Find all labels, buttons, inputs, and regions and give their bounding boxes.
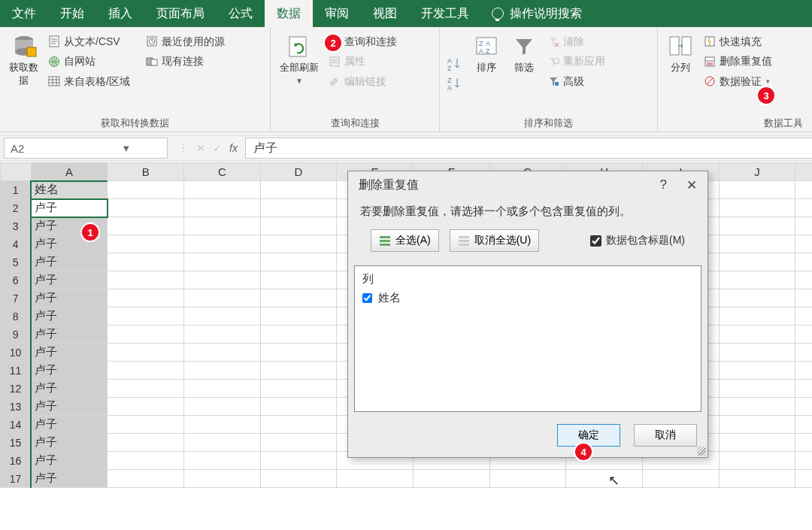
cell[interactable] [108, 289, 184, 307]
tab-view[interactable]: 视图 [361, 0, 409, 27]
cell[interactable] [719, 470, 795, 488]
cell[interactable] [566, 470, 643, 488]
cell[interactable]: 卢子 [31, 398, 108, 416]
cell[interactable] [795, 253, 812, 271]
cell[interactable] [795, 289, 812, 307]
cell[interactable] [719, 307, 795, 326]
cell[interactable] [260, 416, 337, 434]
table-row[interactable]: 17卢子 [1, 470, 813, 488]
from-table-range-button[interactable]: 来自表格/区域 [46, 71, 132, 91]
cell[interactable] [108, 380, 184, 398]
cell[interactable] [183, 307, 260, 326]
cell[interactable] [108, 344, 184, 362]
tab-developer[interactable]: 开发工具 [409, 0, 481, 27]
cell[interactable] [795, 344, 812, 362]
clear-filter-button[interactable]: 清除 [545, 32, 607, 51]
tell-me-search[interactable]: 操作说明搜索 [481, 6, 582, 22]
row-header[interactable]: 6 [1, 271, 32, 289]
row-header[interactable]: 3 [1, 217, 32, 235]
tab-home[interactable]: 开始 [48, 0, 96, 27]
sort-button[interactable]: ZAAZ 排序 [470, 32, 503, 115]
cell[interactable] [260, 181, 337, 199]
ok-button[interactable]: 确定 [557, 424, 620, 447]
text-to-columns-button[interactable]: 分列 [664, 32, 697, 115]
cell[interactable]: 卢子 [31, 199, 108, 217]
cell[interactable] [183, 362, 260, 380]
cell[interactable] [108, 217, 184, 235]
dialog-close-icon[interactable]: ✕ [686, 177, 697, 193]
cell[interactable] [337, 470, 414, 488]
cell[interactable] [260, 235, 337, 253]
recent-sources-button[interactable]: 最近使用的源 [144, 32, 226, 51]
cell[interactable] [183, 289, 260, 307]
select-all-button[interactable]: 全选(A) [371, 229, 439, 252]
row-header[interactable]: 10 [1, 344, 32, 362]
cell[interactable] [795, 217, 812, 235]
columns-listbox[interactable]: 列 姓名 [354, 265, 701, 412]
row-header[interactable]: 8 [1, 307, 32, 326]
cell[interactable]: 卢子 [31, 344, 108, 362]
cell[interactable]: 卢子 [31, 416, 108, 434]
cell[interactable] [719, 181, 795, 199]
cell[interactable] [719, 362, 795, 380]
cell[interactable] [260, 307, 337, 326]
cell[interactable] [413, 470, 489, 488]
cell[interactable] [108, 271, 184, 289]
remove-duplicates-button[interactable]: 删除重复值 [701, 51, 774, 71]
advanced-filter-button[interactable]: 高级 [545, 71, 607, 91]
cell[interactable] [183, 326, 260, 344]
col-header-A[interactable]: A [31, 163, 108, 181]
cell[interactable]: 卢子 [31, 253, 108, 271]
row-header[interactable]: 5 [1, 253, 32, 271]
column-item-checkbox[interactable] [362, 293, 372, 303]
cell[interactable] [795, 271, 812, 289]
cell[interactable] [719, 326, 795, 344]
drag-handle-icon[interactable]: ⋮ [178, 142, 189, 154]
cell[interactable] [795, 326, 812, 344]
col-header-K[interactable]: K [795, 163, 812, 181]
tab-page-layout[interactable]: 页面布局 [144, 0, 217, 27]
cell[interactable] [183, 434, 260, 452]
enter-formula-icon[interactable]: ✓ [213, 142, 222, 154]
row-header[interactable]: 15 [1, 434, 32, 452]
from-text-csv-button[interactable]: 从文本/CSV [46, 32, 132, 51]
reapply-button[interactable]: 重新应用 [545, 51, 607, 71]
from-web-button[interactable]: 自网站 [46, 51, 132, 71]
sort-desc-icon[interactable]: ZA [446, 75, 462, 92]
row-header[interactable]: 14 [1, 416, 32, 434]
cell[interactable] [183, 199, 260, 217]
cell[interactable] [183, 253, 260, 271]
row-header[interactable]: 2 [1, 199, 32, 217]
cell[interactable] [260, 380, 337, 398]
cell[interactable] [795, 181, 812, 199]
cell[interactable] [183, 271, 260, 289]
cell[interactable] [719, 217, 795, 235]
cell[interactable]: 卢子 [31, 289, 108, 307]
cell[interactable] [719, 235, 795, 253]
cell[interactable] [183, 380, 260, 398]
cell[interactable] [183, 217, 260, 235]
cancel-formula-icon[interactable]: ✕ [196, 142, 205, 154]
cell[interactable] [183, 344, 260, 362]
cell[interactable] [719, 289, 795, 307]
cell[interactable] [108, 307, 184, 326]
cell[interactable]: 卢子 [31, 362, 108, 380]
cell[interactable] [108, 199, 184, 217]
cell[interactable] [260, 344, 337, 362]
cell[interactable] [183, 416, 260, 434]
cell[interactable] [260, 398, 337, 416]
flash-fill-button[interactable]: 快速填充 [701, 32, 774, 51]
cell[interactable] [108, 398, 184, 416]
cell[interactable] [719, 434, 795, 452]
existing-connections-button[interactable]: 现有连接 [144, 51, 226, 71]
cell[interactable] [719, 416, 795, 434]
cell[interactable] [108, 362, 184, 380]
filter-button[interactable]: 筛选 [508, 32, 541, 115]
cell[interactable] [795, 434, 812, 452]
cell[interactable]: 卢子 [31, 470, 108, 488]
row-header[interactable]: 13 [1, 398, 32, 416]
col-header-C[interactable]: C [183, 163, 260, 181]
row-header[interactable]: 11 [1, 362, 32, 380]
cell[interactable] [642, 470, 719, 488]
cell[interactable] [260, 470, 337, 488]
